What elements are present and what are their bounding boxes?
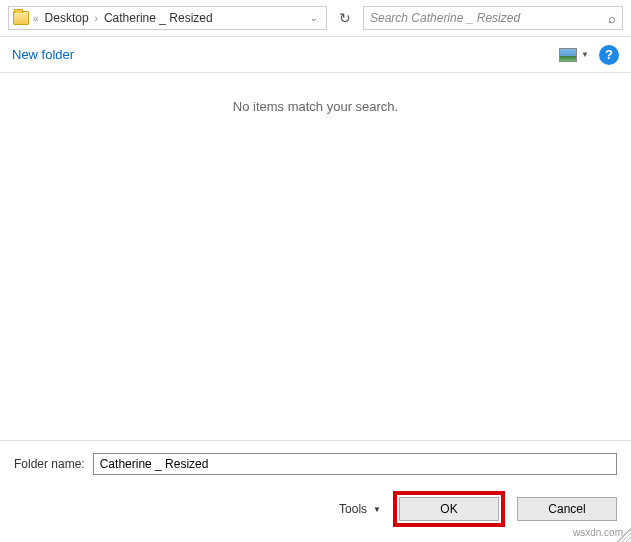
picture-icon [559, 48, 577, 62]
refresh-icon: ↻ [339, 10, 351, 26]
folder-name-input[interactable] [93, 453, 617, 475]
breadcrumb[interactable]: « Desktop › Catherine _ Resized ⌄ [8, 6, 327, 30]
breadcrumb-current[interactable]: Catherine _ Resized [102, 11, 215, 25]
folder-icon [13, 11, 29, 25]
file-list-area: No items match your search. [0, 73, 631, 441]
resize-grip[interactable] [617, 528, 631, 542]
view-mode-button[interactable]: ▼ [559, 48, 589, 62]
ok-highlight: OK [393, 491, 505, 527]
address-search-bar: « Desktop › Catherine _ Resized ⌄ ↻ ⌕ [0, 0, 631, 37]
cancel-button[interactable]: Cancel [517, 497, 617, 521]
tools-label: Tools [339, 502, 367, 516]
empty-message: No items match your search. [233, 99, 398, 114]
help-icon: ? [605, 47, 613, 62]
new-folder-button[interactable]: New folder [12, 47, 74, 62]
toolbar: New folder ▼ ? [0, 37, 631, 73]
search-box[interactable]: ⌕ [363, 6, 623, 30]
watermark: wsxdn.com [573, 527, 623, 538]
search-icon[interactable]: ⌕ [608, 11, 616, 26]
breadcrumb-parent[interactable]: Desktop [43, 11, 91, 25]
history-dropdown-icon[interactable]: ⌄ [306, 13, 322, 23]
search-input[interactable] [370, 11, 608, 25]
refresh-button[interactable]: ↻ [333, 6, 357, 30]
ok-button[interactable]: OK [399, 497, 499, 521]
breadcrumb-separator: › [95, 13, 98, 24]
overflow-indicator[interactable]: « [33, 13, 39, 24]
folder-name-label: Folder name: [14, 457, 85, 471]
help-button[interactable]: ? [599, 45, 619, 65]
tools-button[interactable]: Tools ▼ [339, 502, 381, 516]
chevron-down-icon: ▼ [581, 50, 589, 59]
bottom-panel: Folder name: Tools ▼ OK Cancel [0, 441, 631, 537]
chevron-down-icon: ▼ [373, 505, 381, 514]
